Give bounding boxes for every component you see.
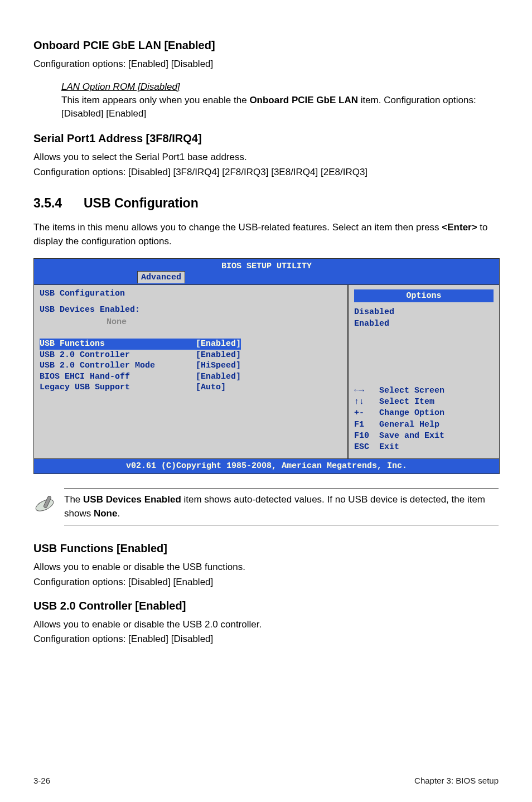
bios-key-help: ←→Select Screen ↑↓Select Item +-Change O… [354, 385, 494, 453]
key-icon: ←→ [354, 385, 379, 397]
text-usb-intro: The items in this menu allows you to cha… [33, 221, 499, 248]
bios-options-header: Options [354, 289, 494, 303]
bios-devices-value: None [107, 317, 342, 328]
text-bold-enter: <Enter> [442, 222, 477, 233]
text-lan-rom-desc: This item appears only when you enable t… [61, 95, 476, 119]
subheading-lan-option-rom: LAN Option ROM [Disabled] [61, 81, 499, 93]
text-serial-desc: Allows you to select the Serial Port1 ba… [33, 151, 499, 165]
text-bold: USB Devices Enabled [83, 494, 181, 505]
text-frag: The [64, 494, 83, 505]
heading-serial-port: Serial Port1 Address [3F8/IRQ4] [33, 132, 499, 145]
footer-page-number: 3-26 [33, 776, 50, 785]
text-frag: . [117, 508, 120, 519]
key-label: Save and Exit [379, 431, 444, 441]
bios-item-label: USB 2.0 Controller Mode [40, 360, 196, 371]
bios-item-value: [Auto] [196, 382, 226, 393]
key-label: Exit [379, 442, 399, 452]
bios-item-legacy-usb[interactable]: Legacy USB Support [Auto] [40, 382, 342, 393]
footer-chapter: Chapter 3: BIOS setup [414, 776, 499, 785]
key-icon: ↑↓ [354, 397, 379, 408]
bios-item-value: [Enabled] [196, 350, 241, 361]
bios-item-usb20-controller[interactable]: USB 2.0 Controller [Enabled] [40, 350, 342, 361]
note-box: The USB Devices Enabled item shows auto-… [33, 488, 499, 525]
note-icon [33, 488, 64, 517]
bios-item-ehci-handoff[interactable]: BIOS EHCI Hand-off [Enabled] [40, 371, 342, 383]
key-label: Select Screen [379, 386, 444, 395]
heading-title: USB Configuration [84, 196, 199, 210]
text-frag: This item appears only when you enable t… [61, 95, 249, 105]
key-icon: +- [354, 408, 379, 419]
bios-option-enabled[interactable]: Enabled [354, 318, 494, 330]
bios-item-label: BIOS EHCI Hand-off [40, 371, 196, 383]
bios-item-label: Legacy USB Support [40, 382, 196, 393]
bios-devices-label: USB Devices Enabled: [40, 305, 342, 316]
key-icon: ESC [354, 442, 379, 453]
heading-usb-configuration: 3.5.4USB Configuration [33, 196, 499, 211]
bios-item-label: USB 2.0 Controller [40, 350, 196, 361]
key-label: General Help [379, 420, 439, 429]
bios-item-value: [Enabled] [196, 339, 241, 350]
bios-item-value: [HiSpeed] [196, 360, 241, 371]
heading-usb20-controller: USB 2.0 Controller [Enabled] [33, 600, 499, 612]
text-usb-functions-options: Configuration options: [Disabled] [Enabl… [33, 576, 499, 590]
text-bold-onboard-lan: Onboard PCIE GbE LAN [249, 95, 358, 105]
key-label: Change Option [379, 408, 444, 418]
text-usb20-options: Configuration options: [Enabled] [Disabl… [33, 632, 499, 646]
bios-item-label: USB Functions [40, 339, 196, 350]
bios-title: BIOS SETUP UTILITY [34, 259, 499, 272]
heading-number: 3.5.4 [33, 196, 84, 211]
heading-usb-functions: USB Functions [Enabled] [33, 542, 499, 555]
text-bold: None [94, 508, 118, 519]
page-footer: 3-26 Chapter 3: BIOS setup [0, 776, 532, 802]
bios-screenshot: BIOS SETUP UTILITY Advanced USB Configur… [33, 258, 500, 474]
bios-section-header: USB Configuration [40, 288, 342, 299]
bios-option-disabled[interactable]: Disabled [354, 307, 494, 318]
text-usb-functions-desc: Allows you to enable or disable the USB … [33, 561, 499, 574]
bios-item-value: [Enabled] [196, 371, 241, 383]
bios-item-usb-functions[interactable]: USB Functions [Enabled] [40, 339, 241, 350]
key-label: Select Item [379, 397, 434, 407]
text-onboard-lan-options: Configuration options: [Enabled] [Disabl… [33, 57, 499, 71]
note-text: The USB Devices Enabled item shows auto-… [64, 488, 499, 525]
heading-onboard-lan: Onboard PCIE GbE LAN [Enabled] [33, 39, 499, 52]
bios-tab-advanced[interactable]: Advanced [137, 271, 185, 284]
key-icon: F10 [354, 431, 379, 442]
bios-item-usb20-mode[interactable]: USB 2.0 Controller Mode [HiSpeed] [40, 360, 342, 371]
text-usb20-desc: Allows you to enable or disable the USB … [33, 618, 499, 632]
text-frag: The items in this menu allows you to cha… [33, 222, 442, 233]
bios-copyright: v02.61 (C)Copyright 1985-2008, American … [34, 458, 499, 474]
text-serial-options: Configuration options: [Disabled] [3F8/I… [33, 166, 499, 180]
key-icon: F1 [354, 419, 379, 431]
